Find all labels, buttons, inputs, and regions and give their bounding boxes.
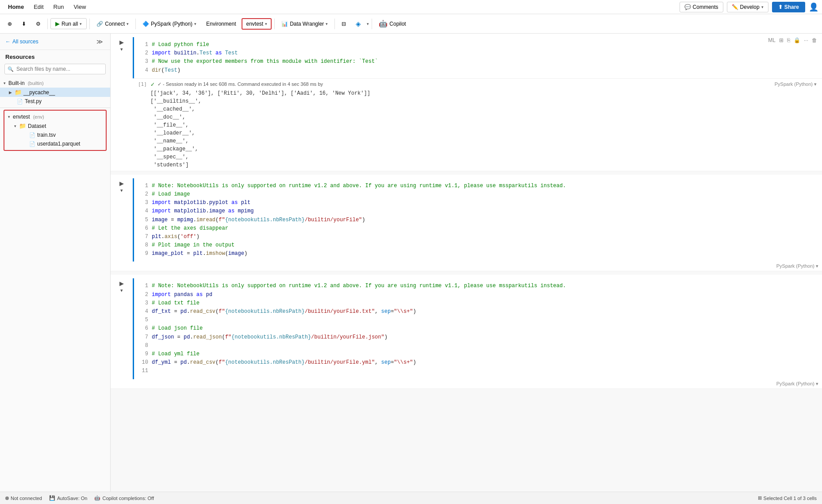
cell-1-output-text: [['jack', 34, '36'], ['Riti', 30, 'Delhi… <box>150 89 817 169</box>
menu-edit[interactable]: Edit <box>29 2 48 12</box>
cell-1-lang-output[interactable]: PySpark (Python) ▾ <box>775 81 817 87</box>
user-icon[interactable]: 👤 <box>809 2 818 12</box>
develop-icon: ✏️ <box>732 4 738 10</box>
vscode-icon: ◈ <box>356 20 361 28</box>
not-connected-label: Not connected <box>11 496 42 501</box>
develop-button[interactable]: ✏️ Develop ▾ <box>727 2 768 12</box>
search-icon: 🔍 <box>8 66 14 72</box>
cell-3-run-btn[interactable]: ▶ <box>119 280 124 287</box>
dataset-label: Dataset <box>28 123 46 129</box>
sidebar-collapse-button[interactable]: ≫ <box>95 37 105 46</box>
cell-lock-icon[interactable]: 🔒 <box>792 36 802 44</box>
pyspark-button[interactable]: 🔷 PySpark (Python) ▾ <box>138 19 200 29</box>
pycache-label: __pycache__ <box>23 89 55 96</box>
connect-button[interactable]: 🔗 Connect ▾ <box>92 19 133 29</box>
run-all-button[interactable]: ▶ Run all ▾ <box>50 18 87 29</box>
copilot-icon: 🤖 <box>379 19 388 28</box>
resources-title: Resources <box>0 50 110 62</box>
autosave-label: AutoSave: On <box>57 496 88 501</box>
check-icon: ✓ <box>150 81 155 88</box>
envtest-section-header[interactable]: ▾ envtest (env) <box>4 112 106 121</box>
dataset-folder-icon: 📁 <box>19 123 26 129</box>
pycache-folder-icon: 📁 <box>15 89 22 96</box>
train-tsv-item[interactable]: 📄 train.tsv <box>4 131 106 139</box>
vscode-chevron[interactable]: ▾ <box>367 22 369 26</box>
userdata-item[interactable]: 📄 userdata1.parquet <box>4 139 106 148</box>
train-tsv-label: train.tsv <box>37 132 56 138</box>
comments-button[interactable]: 💬 Comments <box>680 2 723 12</box>
menu-view[interactable]: View <box>69 2 90 12</box>
separator-6 <box>372 19 372 29</box>
dataset-item[interactable]: ▾ 📁 Dataset <box>4 121 106 131</box>
userdata-label: userdata1.parquet <box>37 141 80 147</box>
test-py-label: Test.py <box>25 98 42 104</box>
envtest-tag: (env) <box>33 114 44 119</box>
connect-chevron: ▾ <box>127 22 129 26</box>
menu-run[interactable]: Run <box>49 2 69 12</box>
connect-icon: 🔗 <box>96 21 103 27</box>
copilot-button[interactable]: 🤖 Copilot <box>375 17 410 30</box>
add-code-button[interactable]: ⊕ <box>4 19 16 29</box>
vscode-button[interactable]: ◈ <box>352 18 365 30</box>
cell-3-code[interactable]: # Note: NotebookUtils is only supported … <box>152 282 817 375</box>
cell-1-code[interactable]: # Load python file import builtin.Test a… <box>152 41 817 75</box>
cell-3-collapse-btn[interactable]: ▾ <box>120 288 123 293</box>
settings-button[interactable]: ⚙ <box>32 19 45 29</box>
cell-3: ▶ ▾ 1234567891011 # Note: NotebookUtils … <box>111 275 822 389</box>
pycache-chevron: ▶ <box>9 90 12 95</box>
connection-status: Not connected <box>5 496 42 501</box>
cell-delete-icon[interactable]: 🗑 <box>810 36 818 44</box>
cell-3-line-numbers: 1234567891011 <box>139 282 152 375</box>
pyspark-icon: 🔷 <box>142 21 149 27</box>
comment-icon: 💬 <box>684 4 691 10</box>
menu-home[interactable]: Home <box>4 2 28 12</box>
envtest-chevron: ▾ <box>265 22 267 26</box>
pycache-item[interactable]: ▶ 📁 __pycache__ <box>0 88 110 97</box>
cell-1-status-text: ✓ - Session ready in 14 sec 608 ms. Comm… <box>157 81 323 87</box>
copilot-label: Copilot completions: Off <box>102 496 154 501</box>
pyspark-chevron: ▾ <box>194 22 196 26</box>
status-bar: Not connected 💾 AutoSave: On 🤖 Copilot c… <box>0 492 822 504</box>
file-tree: ▾ Built-in (builtin) ▶ 📁 __pycache__ 📄 T… <box>0 78 110 492</box>
builtin-section-header[interactable]: ▾ Built-in (builtin) <box>0 79 110 88</box>
back-to-all-sources[interactable]: ← All sources <box>5 38 38 45</box>
selected-cell-label: Selected Cell 1 of 3 cells <box>764 496 817 501</box>
sidebar: ← All sources ≫ Resources 🔍 ▾ Built-in (… <box>0 34 111 492</box>
data-wrangler-button[interactable]: 📊 Data Wrangler ▾ <box>277 19 332 29</box>
cell-2-lang[interactable]: PySpark (Python) ▾ <box>776 263 818 269</box>
cell-2-collapse-btn[interactable]: ▾ <box>120 188 123 193</box>
cell-1-run-btn[interactable]: ▶ <box>119 39 124 46</box>
section-divider <box>0 108 110 108</box>
userdata-icon: 📄 <box>29 141 35 147</box>
cell-1-collapse-btn[interactable]: ▾ <box>120 46 123 52</box>
split-view-icon: ⊟ <box>342 21 346 27</box>
copilot-status: 🤖 Copilot completions: Off <box>94 495 154 501</box>
cell-more-icon[interactable]: ··· <box>803 36 810 44</box>
data-wrangler-chevron: ▾ <box>326 22 328 26</box>
add-code-icon: ⊕ <box>8 21 12 27</box>
ml-icon[interactable]: ML <box>767 36 777 44</box>
builtin-label: Built-in <box>8 80 25 86</box>
share-button[interactable]: ⬆ Share <box>772 2 805 12</box>
split-view-button[interactable]: ⊟ <box>338 19 350 29</box>
cell-insert-icon[interactable]: ⊞ <box>778 36 785 44</box>
envtest-label: envtest <box>13 114 30 120</box>
copilot-status-icon: 🤖 <box>94 495 100 501</box>
environment-button[interactable]: Environment <box>202 19 240 29</box>
run-all-chevron: ▾ <box>80 22 82 26</box>
cell-2-run-btn[interactable]: ▶ <box>119 180 124 187</box>
add-text-button[interactable]: ⬇ <box>18 19 30 29</box>
search-input[interactable] <box>4 64 106 74</box>
cell-1: ML ⊞ ⎘ 🔒 ··· 🗑 ▶ ▾ 1234 # Load python fi… <box>111 34 822 171</box>
separator-2 <box>89 19 90 29</box>
envtest-button[interactable]: envtest ▾ <box>242 18 272 30</box>
cell-2-code[interactable]: # Note: NotebookUtils is only supported … <box>152 182 817 258</box>
autosave-icon: 💾 <box>49 495 55 501</box>
envtest-chevron: ▾ <box>8 115 10 119</box>
settings-icon: ⚙ <box>36 21 41 27</box>
cell-3-lang[interactable]: PySpark (Python) ▾ <box>776 381 818 387</box>
test-py-item[interactable]: 📄 Test.py <box>0 97 110 106</box>
cell-2-line-numbers: 123456789 <box>139 182 152 258</box>
cell-copy-icon[interactable]: ⎘ <box>786 36 791 44</box>
builtin-chevron: ▾ <box>4 81 6 85</box>
